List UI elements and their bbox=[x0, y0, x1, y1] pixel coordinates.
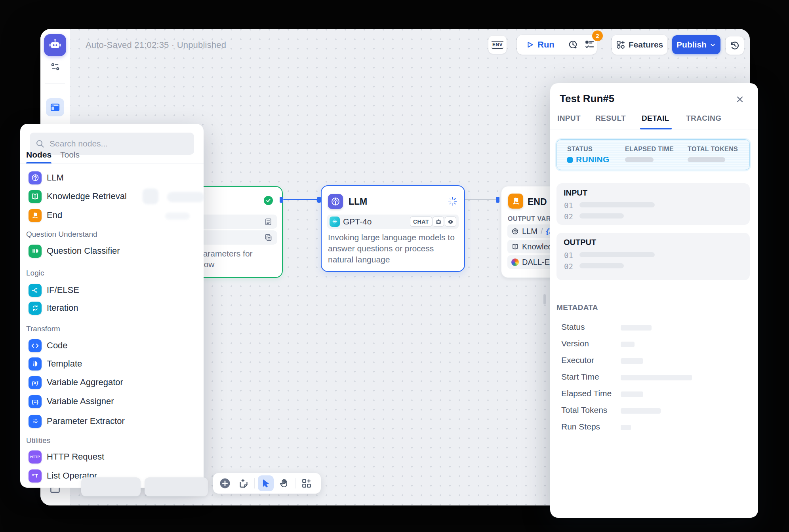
node-search-panel: Nodes Tools LLM Knowledge Retrieval End bbox=[20, 124, 204, 488]
variable-name: LLM bbox=[522, 227, 537, 236]
meta-bar bbox=[621, 391, 643, 397]
dalle-icon bbox=[511, 258, 519, 266]
llm-node[interactable]: LLM ✳ GPT-4o CHAT bbox=[321, 185, 465, 272]
template-icon bbox=[29, 357, 42, 370]
output-card: OUTPUT 01 02 bbox=[556, 233, 750, 280]
llm-node-title: LLM bbox=[349, 196, 367, 207]
iteration-icon bbox=[29, 302, 42, 315]
meta-bar bbox=[621, 325, 652, 331]
clock-play-icon bbox=[568, 40, 578, 50]
add-node-button[interactable] bbox=[217, 475, 233, 491]
status-value: RUNING bbox=[576, 155, 610, 164]
robot-icon bbox=[48, 38, 62, 52]
hand-tool-button[interactable] bbox=[276, 475, 292, 491]
check-icon bbox=[266, 198, 271, 203]
autosave-status: Auto-Saved 21:02:35 · Unpublished bbox=[86, 40, 226, 50]
http-request-icon: HTTP bbox=[29, 450, 42, 464]
add-note-button[interactable] bbox=[235, 475, 251, 491]
llm-icon bbox=[328, 194, 343, 209]
close-button[interactable] bbox=[735, 94, 745, 104]
vision-badge bbox=[445, 217, 456, 227]
checklist-count-badge: 2 bbox=[592, 30, 603, 41]
llm-node-description: Invoking large language models to answer… bbox=[328, 232, 459, 265]
version-history-button[interactable] bbox=[726, 36, 744, 55]
node-item-llm[interactable]: LLM bbox=[29, 171, 64, 184]
meta-bar bbox=[621, 358, 643, 364]
node-item-iteration[interactable]: Iteration bbox=[29, 301, 78, 315]
node-item-knowledge-retrieval[interactable]: Knowledge Retrieval bbox=[29, 190, 127, 203]
input-title: INPUT bbox=[564, 188, 587, 198]
tabs-divider bbox=[20, 163, 204, 164]
chevron-down-icon bbox=[709, 42, 716, 48]
workflow-tab[interactable] bbox=[46, 98, 64, 116]
tab-tracing[interactable]: TRACING bbox=[686, 114, 721, 123]
tab-detail[interactable]: DETAIL bbox=[642, 114, 669, 123]
meta-bar bbox=[621, 408, 661, 414]
placeholder-bar bbox=[579, 252, 655, 257]
node-item-if-else[interactable]: IF/ELSE bbox=[29, 283, 79, 297]
llm-input-port[interactable] bbox=[317, 197, 321, 203]
toolbar-divider bbox=[295, 478, 295, 488]
env-button[interactable]: ENV bbox=[488, 36, 507, 54]
row-index: 01 bbox=[564, 201, 573, 210]
run-controls: Run bbox=[517, 35, 597, 55]
search-box[interactable] bbox=[30, 133, 194, 155]
meta-label-executor: Executor bbox=[561, 355, 594, 365]
node-item-template[interactable]: Template bbox=[29, 357, 82, 370]
row-index: 02 bbox=[564, 262, 573, 271]
end-icon bbox=[29, 209, 42, 222]
organize-icon bbox=[301, 478, 312, 488]
meta-bar bbox=[621, 375, 692, 380]
if-else-icon bbox=[29, 284, 42, 297]
node-item-question-classifier[interactable]: Question Classifier bbox=[29, 244, 120, 258]
node-item-end[interactable]: End bbox=[29, 209, 62, 222]
pointer-tool-button[interactable] bbox=[258, 475, 274, 491]
app-logo[interactable] bbox=[44, 34, 66, 56]
features-button[interactable]: Features bbox=[612, 35, 667, 55]
publish-button[interactable]: Publish bbox=[672, 35, 720, 54]
code-icon bbox=[29, 339, 42, 352]
edge-llm-end bbox=[464, 199, 497, 200]
panel-drag-handle[interactable] bbox=[543, 294, 546, 304]
node-item-http-request[interactable]: HTTP HTTP Request bbox=[29, 450, 104, 464]
book-icon bbox=[511, 243, 519, 251]
pointer-icon bbox=[261, 478, 271, 488]
copy-icon bbox=[264, 234, 273, 242]
node-item-variable-aggregator[interactable]: {x} Variable Aggregator bbox=[29, 376, 123, 389]
end-input-port[interactable] bbox=[496, 197, 499, 203]
start-output-port[interactable] bbox=[280, 197, 283, 203]
ghost-node-row bbox=[165, 213, 190, 220]
meta-label-elapsed-time: Elapsed Time bbox=[561, 389, 612, 398]
run-history-button[interactable] bbox=[566, 37, 581, 52]
meta-label-run-steps: Run Steps bbox=[561, 422, 600, 431]
run-button[interactable]: Run bbox=[526, 40, 555, 50]
note-icon bbox=[238, 478, 249, 489]
node-item-variable-assigner[interactable]: {=} Variable Assigner bbox=[29, 395, 114, 408]
meta-label-status: Status bbox=[561, 322, 585, 332]
llm-mini-icon bbox=[511, 228, 519, 235]
node-item-code[interactable]: Code bbox=[29, 339, 68, 352]
add-circle-icon bbox=[219, 477, 231, 489]
placeholder-bar bbox=[579, 263, 624, 268]
node-item-parameter-extractor[interactable]: Parameter Extractor bbox=[29, 414, 125, 428]
row-index: 01 bbox=[564, 251, 573, 260]
placeholder-bar bbox=[579, 213, 624, 218]
checklist-icon bbox=[585, 40, 595, 50]
features-label: Features bbox=[629, 40, 663, 49]
meta-label-total-tokens: Total Tokens bbox=[561, 405, 607, 415]
tab-tools[interactable]: Tools bbox=[60, 150, 80, 160]
knowledge-retrieval-icon bbox=[29, 190, 42, 203]
organize-button[interactable] bbox=[299, 475, 314, 491]
tab-nodes[interactable]: Nodes bbox=[26, 150, 51, 160]
chat-mode-badge: CHAT bbox=[410, 217, 432, 227]
tab-input[interactable]: INPUT bbox=[557, 114, 581, 123]
test-run-panel: Test Run#5 INPUT RESULT DETAIL TRACING S… bbox=[550, 83, 758, 518]
preferences-button[interactable] bbox=[50, 61, 61, 72]
model-selector[interactable]: ✳ GPT-4o CHAT bbox=[327, 215, 459, 229]
tab-result[interactable]: RESULT bbox=[595, 114, 626, 123]
undo-redo-toolbar bbox=[81, 477, 141, 496]
meta-bar bbox=[621, 425, 631, 430]
search-input[interactable] bbox=[49, 139, 189, 149]
separator: / bbox=[541, 227, 543, 236]
section-logic: Logic bbox=[26, 269, 44, 277]
